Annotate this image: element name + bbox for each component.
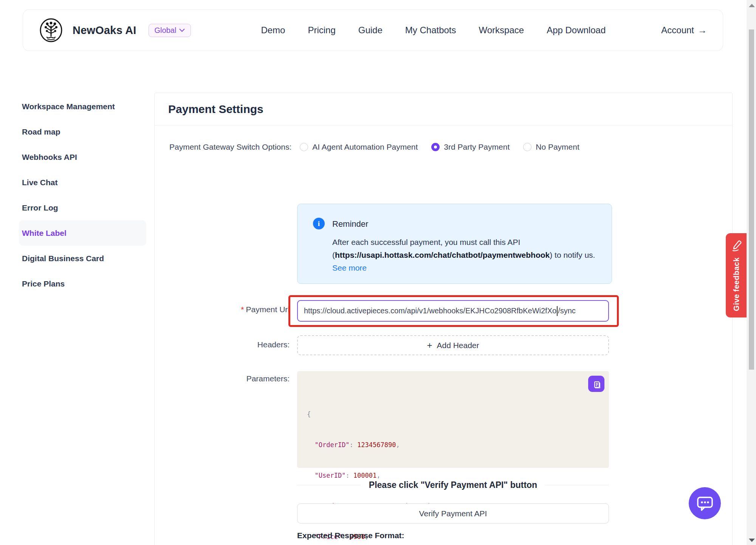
account-button[interactable]: Account → — [661, 25, 707, 36]
chat-bubble-icon — [696, 495, 714, 512]
page-title: Payment Settings — [168, 103, 263, 116]
payment-url-label: *Payment Url — [155, 305, 290, 314]
sidebar-item-white-label[interactable]: White Label — [19, 220, 146, 246]
code-line: { — [307, 409, 599, 420]
sidebar-item-live-chat[interactable]: Live Chat — [19, 170, 146, 195]
headers-label: Headers: — [155, 340, 290, 349]
chat-widget-button[interactable] — [689, 487, 721, 519]
radio-3rd-party-payment[interactable]: 3rd Party Payment — [431, 142, 510, 152]
scrollbar-thumb[interactable] — [749, 29, 754, 370]
copy-icon[interactable] — [588, 376, 604, 392]
gateway-switch-row: Payment Gateway Switch Options: AI Agent… — [169, 142, 593, 152]
reminder-body: After each successful payment, you must … — [332, 236, 597, 274]
reminder-text-after: ) to notify us. — [550, 251, 595, 259]
expected-response-label: Expected Response Format: — [297, 531, 404, 540]
sidebar-item-digital-business-card[interactable]: Digital Business Card — [19, 246, 146, 271]
newoaks-logo-icon — [39, 18, 63, 42]
code-line: "OrderID": 1234567890, — [307, 440, 599, 450]
brand-name: NewOaks AI — [73, 24, 136, 37]
account-label: Account — [661, 25, 694, 36]
sidebar-item-workspace-management[interactable]: Workspace Management — [19, 94, 146, 119]
radio-label: AI Agent Automation Payment — [312, 142, 418, 152]
sidebar-item-road-map[interactable]: Road map — [19, 119, 146, 144]
required-asterisk: * — [241, 305, 244, 314]
sidebar-item-price-plans[interactable]: Price Plans — [19, 271, 146, 296]
payment-url-input[interactable]: https://cloud.activepieces.com/api/v1/we… — [297, 300, 609, 322]
main-nav: Demo Pricing Guide My Chatbots Workspace… — [261, 25, 606, 36]
parameters-label: Parameters: — [155, 374, 290, 383]
top-header: NewOaks AI Global Demo Pricing Guide My … — [23, 9, 723, 51]
see-more-link[interactable]: See more — [332, 263, 367, 272]
info-icon: i — [313, 218, 325, 229]
reminder-api-url: https://usapi.hottask.com/chat/chatbot/p… — [335, 251, 550, 259]
payment-url-value: https://cloud.activepieces.com/api/v1/we… — [304, 307, 556, 315]
radio-label: No Payment — [536, 142, 579, 152]
reminder-title: Reminder — [332, 219, 368, 229]
region-selector[interactable]: Global — [149, 24, 191, 37]
payment-settings-panel: Payment Settings Payment Gateway Switch … — [154, 93, 733, 545]
add-header-button[interactable]: + Add Header — [297, 335, 609, 355]
add-header-label: Add Header — [437, 341, 479, 350]
radio-label: 3rd Party Payment — [444, 142, 510, 152]
reminder-alert: i Reminder After each successful payment… — [297, 204, 612, 284]
nav-guide[interactable]: Guide — [358, 25, 383, 36]
nav-pricing[interactable]: Pricing — [308, 25, 335, 36]
pencil-icon — [731, 239, 742, 252]
radio-unchecked-icon — [523, 143, 531, 151]
radio-unchecked-icon — [300, 143, 308, 151]
app-screen: NewOaks AI Global Demo Pricing Guide My … — [0, 0, 756, 545]
verify-divider: Please click "Verify Payment API" button — [297, 480, 609, 490]
sidebar-item-webhooks-api[interactable]: Webhooks API — [19, 144, 146, 170]
nav-app-download[interactable]: App Download — [547, 25, 606, 36]
gateway-switch-label: Payment Gateway Switch Options: — [169, 142, 291, 152]
give-feedback-tab[interactable]: Give feedback — [726, 233, 747, 317]
verify-instruction: Please click "Verify Payment API" button — [369, 480, 537, 490]
plus-icon: + — [427, 340, 432, 351]
vertical-scrollbar[interactable] — [747, 0, 756, 545]
nav-workspace[interactable]: Workspace — [479, 25, 524, 36]
radio-checked-icon — [431, 143, 440, 151]
panel-header: Payment Settings — [155, 93, 732, 125]
arrow-right-icon: → — [698, 25, 707, 36]
nav-demo[interactable]: Demo — [261, 25, 285, 36]
scroll-down-arrow-icon[interactable] — [749, 539, 755, 542]
verify-payment-api-button[interactable]: Verify Payment API — [297, 503, 609, 523]
sidebar: Workspace Management Road map Webhooks A… — [19, 94, 146, 296]
region-label: Global — [155, 26, 177, 35]
parameters-code-block: { "OrderID": 1234567890, "UserID": 10000… — [297, 371, 609, 468]
scroll-up-arrow-icon[interactable] — [749, 4, 755, 7]
sidebar-item-error-log[interactable]: Error Log — [19, 195, 146, 220]
radio-no-payment[interactable]: No Payment — [523, 142, 579, 152]
give-feedback-label: Give feedback — [732, 257, 741, 311]
nav-my-chatbots[interactable]: My Chatbots — [405, 25, 456, 36]
payment-url-value-suffix: /sync — [558, 307, 576, 315]
text-caret — [557, 306, 558, 316]
code-line: "UserID": 100001, — [307, 471, 599, 481]
radio-ai-agent-automation-payment[interactable]: AI Agent Automation Payment — [300, 142, 418, 152]
chevron-down-icon — [179, 28, 185, 32]
